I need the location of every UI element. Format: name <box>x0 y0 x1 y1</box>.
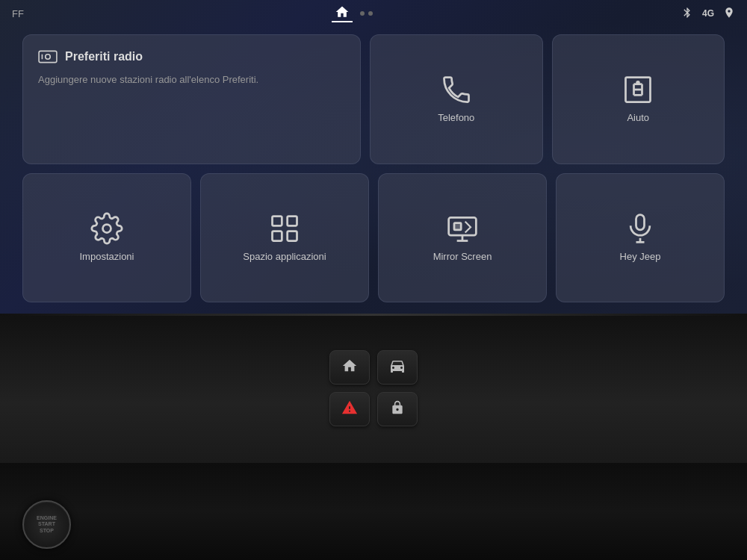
engine-start-stop-button[interactable]: ENGINE START STOP <box>22 500 71 549</box>
svg-rect-13 <box>273 231 282 240</box>
phone-icon <box>440 73 473 106</box>
mirror-screen-icon <box>446 212 479 245</box>
svg-rect-14 <box>288 231 297 240</box>
tile-phone[interactable]: Telefono <box>370 34 543 164</box>
svg-rect-15 <box>449 217 477 235</box>
top-bar-left-label: FF <box>12 8 24 19</box>
page-dots <box>360 11 373 16</box>
engine-label-line2: START <box>38 521 55 527</box>
engine-label-line1: ENGINE <box>37 515 57 521</box>
phone-label: Telefono <box>438 112 474 125</box>
tile-radio[interactable]: Preferiti radio Aggiungere nuove stazion… <box>22 34 361 164</box>
apps-icon <box>268 212 301 245</box>
physical-hazard-button[interactable] <box>329 392 370 426</box>
microphone-icon <box>624 212 657 245</box>
radio-description: Aggiungere nuove stazioni radio all'elen… <box>38 72 258 87</box>
dashboard-area: ENGINE START STOP <box>0 463 747 560</box>
svg-rect-18 <box>454 223 461 229</box>
location-icon <box>723 7 735 21</box>
grid-row-1: Preferiti radio Aggiungere nuove stazion… <box>22 34 725 164</box>
svg-rect-11 <box>273 216 282 225</box>
spazio-label: Spazio applicazioni <box>243 251 326 264</box>
tile-mirror-screen[interactable]: Mirror Screen <box>378 173 547 303</box>
home-icon-top[interactable] <box>332 4 353 22</box>
lock-icon <box>390 400 405 419</box>
car-phys-icon <box>388 357 406 379</box>
physical-lock-button[interactable] <box>377 392 418 426</box>
hey-jeep-label: Hey Jeep <box>620 251 661 264</box>
svg-rect-12 <box>288 216 297 225</box>
radio-title: Preferiti radio <box>65 50 143 63</box>
infotainment-screen: FF 4G <box>0 0 747 314</box>
status-icons: 4G <box>681 7 735 21</box>
physical-buttons-panel <box>0 314 747 463</box>
physical-car-button[interactable] <box>377 350 418 385</box>
signal-4g-icon: 4G <box>702 8 714 19</box>
tile-hey-jeep[interactable]: Hey Jeep <box>556 173 725 303</box>
app-grid: Preferiti radio Aggiungere nuove stazion… <box>0 27 747 314</box>
aiuto-label: Aiuto <box>627 112 649 125</box>
tile-spazio[interactable]: Spazio applicazioni <box>200 173 369 303</box>
engine-label-line3: STOP <box>40 528 54 534</box>
settings-icon <box>90 212 123 245</box>
help-icon <box>622 73 654 106</box>
impostazioni-label: Impostazioni <box>80 251 134 264</box>
svg-point-1 <box>46 55 51 60</box>
physical-home-button[interactable] <box>329 350 370 385</box>
radio-icon <box>38 49 58 65</box>
home-phys-icon <box>341 358 358 378</box>
mirror-screen-label: Mirror Screen <box>433 251 492 264</box>
svg-point-10 <box>103 224 111 232</box>
grid-row-2: Impostazioni Spazio applicazioni <box>22 173 725 303</box>
tile-aiuto[interactable]: Aiuto <box>552 34 725 164</box>
svg-rect-19 <box>636 214 645 229</box>
svg-point-9 <box>636 81 641 85</box>
radio-header: Preferiti radio <box>38 49 143 65</box>
bluetooth-icon <box>681 7 693 21</box>
top-bar-center <box>332 4 373 22</box>
tile-impostazioni[interactable]: Impostazioni <box>22 173 191 303</box>
buttons-group <box>323 344 424 432</box>
top-bar: FF 4G <box>0 0 747 27</box>
hazard-icon <box>341 399 358 420</box>
